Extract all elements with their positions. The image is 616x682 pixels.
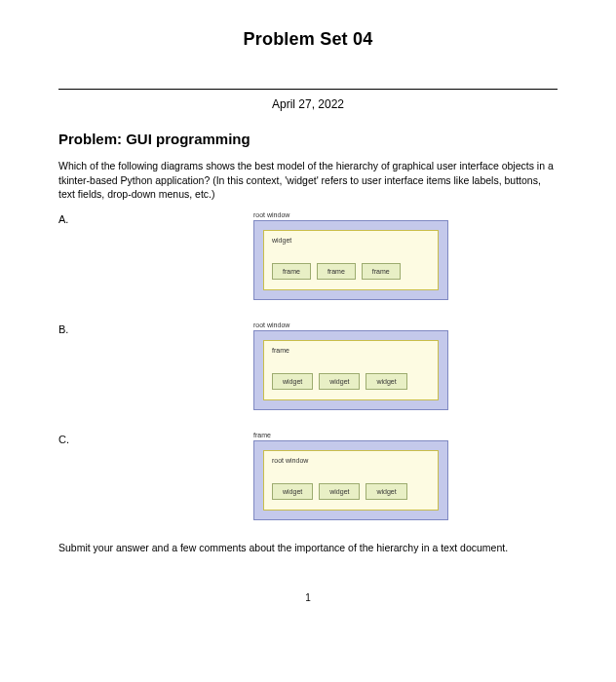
date-line: April 27, 2022	[58, 97, 558, 111]
option-b: B. root window frame widget widget widge…	[58, 322, 558, 410]
option-b-inner-3: widget	[366, 373, 406, 390]
question-text: Which of the following diagrams shows th…	[58, 159, 558, 202]
divider-top	[58, 89, 558, 90]
option-c: C. frame root window widget widget widge…	[58, 432, 558, 520]
option-a: A. root window widget frame frame frame	[58, 211, 558, 300]
option-a-mid-label: widget	[272, 237, 430, 244]
option-b-diagram: root window frame widget widget widget	[253, 322, 448, 410]
option-c-outer-box: root window widget widget widget	[253, 440, 448, 520]
option-b-outer-box: frame widget widget widget	[253, 330, 448, 410]
option-a-inner-row: frame frame frame	[272, 263, 430, 280]
page-number: 1	[58, 592, 558, 603]
option-a-outer-label: root window	[253, 211, 448, 218]
document-page: Problem Set 04 April 27, 2022 Problem: G…	[0, 0, 616, 623]
problem-heading: Problem: GUI programming	[58, 131, 558, 147]
option-b-mid-label: frame	[272, 347, 430, 354]
option-b-mid-box: frame widget widget widget	[263, 340, 439, 400]
option-a-outer-box: widget frame frame frame	[253, 220, 448, 300]
option-c-outer-label: frame	[253, 432, 448, 438]
option-b-inner-2: widget	[319, 373, 360, 390]
option-a-diagram: root window widget frame frame frame	[253, 211, 448, 300]
option-c-inner-3: widget	[366, 483, 406, 500]
option-a-inner-3: frame	[362, 263, 401, 280]
option-b-inner-row: widget widget widget	[272, 373, 430, 390]
option-a-letter: A.	[58, 211, 253, 225]
submit-instruction: Submit your answer and a few comments ab…	[58, 542, 558, 553]
option-c-inner-1: widget	[272, 483, 313, 500]
option-c-mid-box: root window widget widget widget	[263, 450, 439, 511]
option-c-diagram: frame root window widget widget widget	[253, 432, 448, 520]
option-c-mid-label: root window	[272, 457, 430, 464]
option-c-inner-2: widget	[319, 483, 360, 500]
option-a-mid-box: widget frame frame frame	[263, 230, 439, 290]
option-c-inner-row: widget widget widget	[272, 483, 430, 500]
option-c-letter: C.	[58, 432, 253, 445]
page-title: Problem Set 04	[58, 29, 558, 50]
option-b-letter: B.	[58, 322, 253, 335]
option-a-inner-1: frame	[272, 263, 311, 280]
option-a-inner-2: frame	[317, 263, 356, 280]
option-b-inner-1: widget	[272, 373, 313, 390]
option-b-outer-label: root window	[253, 322, 448, 328]
